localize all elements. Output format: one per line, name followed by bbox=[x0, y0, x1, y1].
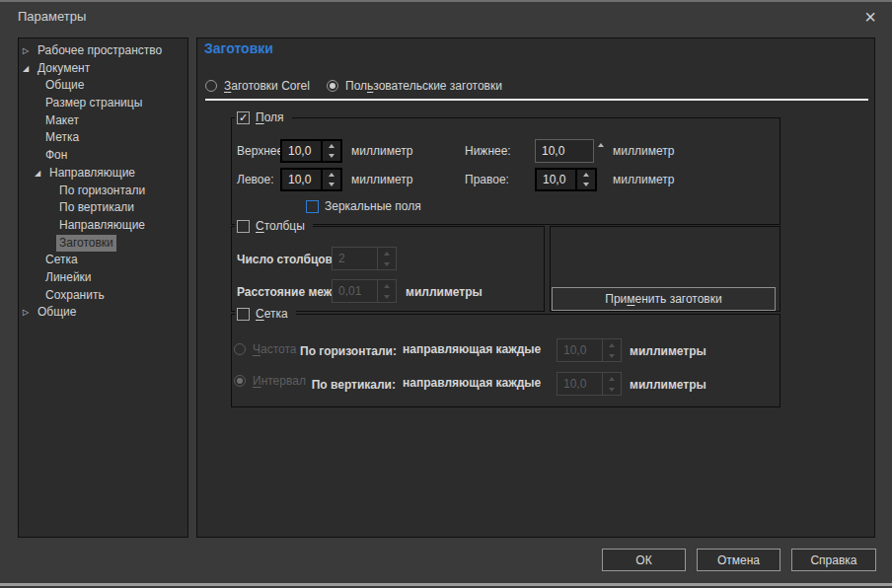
checkbox-label: Зеркальные поля bbox=[325, 199, 421, 213]
checkbox-checked-icon: ✓ bbox=[237, 111, 250, 124]
tree-item-label: По горизонтали bbox=[56, 183, 148, 200]
mirror-margins-checkbox[interactable]: Зеркальные поля bbox=[304, 198, 429, 214]
spin-down-icon[interactable] bbox=[577, 180, 595, 189]
separator-line bbox=[205, 99, 868, 101]
column-count-spinner: 2 bbox=[332, 247, 397, 270]
top-margin-unit: миллиметр bbox=[351, 144, 412, 158]
radio-label: Частота bbox=[253, 342, 296, 356]
radio-interval: Интервал bbox=[234, 374, 306, 388]
grid-horizontal-spinner: 10,0 bbox=[557, 338, 622, 362]
spin-down-icon bbox=[603, 384, 621, 395]
tree-item-label: Общие bbox=[35, 304, 79, 322]
spin-up-icon[interactable] bbox=[323, 170, 340, 180]
top-margin-spinner: 10,0 bbox=[280, 139, 342, 163]
tree-item-page-size[interactable]: Размер страницы bbox=[19, 95, 187, 112]
right-margin-unit: миллиметр bbox=[613, 173, 674, 186]
column-gap-spinner: 0,01 bbox=[332, 279, 397, 303]
right-margin-spinner: 10,0 bbox=[535, 168, 597, 191]
radio-label: Пользовательские заготовки bbox=[345, 79, 502, 93]
grid-vertical-mid-label: направляющая каждые bbox=[403, 376, 541, 390]
spin-up-icon bbox=[603, 339, 621, 350]
tree-item-label: Сохранить bbox=[42, 287, 108, 305]
tree-item-workspace[interactable]: ▷Рабочее пространство bbox=[19, 42, 187, 60]
tree-item-label: Направляющие bbox=[46, 165, 138, 183]
grid-vertical-unit: миллиметры bbox=[630, 378, 706, 392]
column-count-input: 2 bbox=[333, 248, 377, 269]
spin-up-icon[interactable] bbox=[594, 139, 608, 151]
spinner-buttons bbox=[377, 280, 396, 302]
options-dialog: Параметры × ▷Рабочее пространство ◢Докум… bbox=[0, 0, 892, 588]
tree-item-vertical[interactable]: По вертикали bbox=[19, 199, 187, 217]
radio-label: Заготовки Corel bbox=[224, 79, 310, 93]
spinner-buttons bbox=[321, 170, 340, 189]
tree-collapsed-icon[interactable]: ▷ bbox=[23, 42, 35, 60]
top-margin-input[interactable]: 10,0 bbox=[282, 141, 321, 161]
checkbox-unchecked-icon bbox=[237, 220, 250, 233]
cancel-button[interactable]: Отмена bbox=[697, 549, 780, 571]
radio-icon bbox=[327, 80, 338, 92]
tree-item-horizontal[interactable]: По горизонтали bbox=[19, 183, 187, 200]
window-top-edge bbox=[0, 0, 892, 2]
spin-up-icon[interactable] bbox=[323, 141, 340, 151]
margins-checkbox[interactable]: ✓ Поля bbox=[235, 110, 292, 125]
spinner-buttons bbox=[602, 373, 621, 395]
tree-expanded-icon[interactable]: ◢ bbox=[23, 60, 35, 78]
left-margin-input[interactable]: 10,0 bbox=[282, 170, 321, 189]
right-margin-label: Правое: bbox=[465, 173, 509, 186]
tree-item-presets[interactable]: Заготовки bbox=[19, 235, 187, 253]
bottom-margin-input[interactable]: 10,0 bbox=[535, 139, 594, 163]
grid-vertical-label: По вертикали: bbox=[300, 378, 396, 392]
spin-down-icon[interactable] bbox=[594, 151, 608, 163]
radio-icon bbox=[234, 375, 246, 387]
tree-item-document-general[interactable]: Общие bbox=[19, 77, 187, 95]
spinner-buttons bbox=[321, 141, 340, 161]
checkbox-unchecked-icon bbox=[237, 308, 250, 321]
tree-item-save[interactable]: Сохранить bbox=[19, 287, 187, 305]
tree-item-label: Макет bbox=[42, 112, 82, 130]
spinner-buttons bbox=[594, 139, 608, 163]
spinner-buttons bbox=[575, 170, 595, 189]
tree-collapsed-icon[interactable]: ▷ bbox=[23, 304, 35, 322]
spin-up-icon bbox=[378, 280, 396, 291]
grid-horizontal-mid-label: направляющая каждые bbox=[403, 342, 541, 356]
tree-item-guides[interactable]: Направляющие bbox=[19, 217, 187, 235]
window-title: Параметры bbox=[18, 9, 86, 24]
tree-item-global[interactable]: ▷Общие bbox=[19, 304, 187, 322]
tree-item-label: Общие bbox=[42, 77, 87, 95]
spin-up-icon[interactable] bbox=[577, 170, 595, 180]
tree-item-grid[interactable]: Сетка bbox=[19, 252, 187, 269]
tree-item-guidelines[interactable]: ◢Направляющие bbox=[19, 165, 187, 183]
tree-expanded-icon[interactable]: ◢ bbox=[35, 165, 46, 183]
tree-item-label-page[interactable]: Метка bbox=[19, 129, 187, 147]
spin-down-icon[interactable] bbox=[323, 151, 340, 161]
spin-up-icon bbox=[378, 248, 396, 258]
tree-item-rulers[interactable]: Линейки bbox=[19, 269, 187, 287]
tree-item-label: По вертикали bbox=[56, 199, 137, 217]
grid-horizontal-input: 10,0 bbox=[558, 339, 602, 361]
radio-icon bbox=[205, 80, 217, 92]
columns-checkbox[interactable]: Столбцы bbox=[235, 218, 313, 234]
grid-vertical-spinner: 10,0 bbox=[557, 372, 622, 396]
spin-down-icon[interactable] bbox=[323, 180, 340, 189]
ok-button[interactable]: ОК bbox=[602, 549, 686, 571]
radio-corel-presets[interactable]: Заготовки Corel bbox=[205, 79, 310, 93]
apply-presets-button[interactable]: Применить заготовки bbox=[552, 287, 776, 311]
column-gap-input: 0,01 bbox=[333, 280, 377, 302]
tree-item-label: Заготовки bbox=[56, 235, 116, 253]
help-button[interactable]: Справка bbox=[791, 549, 876, 571]
tree-item-background[interactable]: Фон bbox=[19, 147, 187, 165]
top-margin-label: Верхнее: bbox=[237, 144, 287, 158]
window-bottom-edge bbox=[0, 583, 892, 586]
radio-user-presets[interactable]: Пользовательские заготовки bbox=[327, 79, 502, 93]
grid-checkbox[interactable]: Сетка bbox=[235, 306, 296, 322]
column-gap-unit: миллиметры bbox=[406, 285, 483, 299]
bottom-margin-unit: миллиметр bbox=[613, 144, 674, 158]
tree-item-document[interactable]: ◢Документ bbox=[19, 60, 187, 78]
radio-frequency: Частота bbox=[234, 342, 296, 356]
tree-item-layout[interactable]: Макет bbox=[19, 112, 187, 130]
close-icon[interactable]: × bbox=[856, 4, 884, 30]
right-margin-input[interactable]: 10,0 bbox=[537, 170, 575, 189]
tree-item-label: Сетка bbox=[42, 252, 81, 269]
tree-item-label: Документ bbox=[35, 60, 93, 78]
tree-item-label: Размер страницы bbox=[42, 95, 145, 112]
